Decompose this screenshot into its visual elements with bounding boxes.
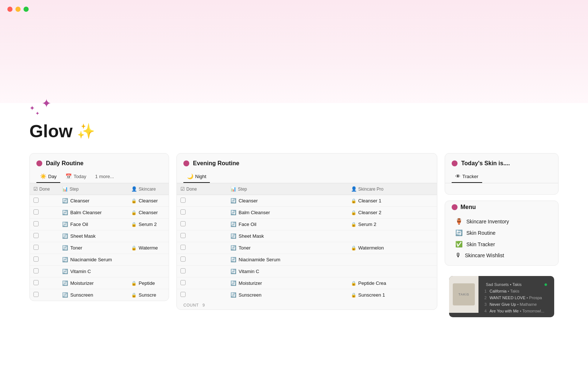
daily-table-row: 🔄 Balm Cleanser 🔒Cleanser [30,207,169,219]
tab-more[interactable]: 1 more... [92,170,118,183]
track-info: WANT NEED LOVE • Prospa [490,296,542,300]
menu-title: Menu [460,204,476,210]
checkbox[interactable] [33,280,39,285]
step-refresh-icon-ev: 🔄 [230,245,236,251]
done-cell[interactable] [30,230,58,242]
daily-routine-header: Daily Routine [30,153,169,170]
done-cell[interactable] [30,242,58,254]
checkbox-ev[interactable] [180,209,186,215]
checkbox-ev[interactable] [180,221,186,226]
star-small1-icon: ✦ [29,105,35,112]
menu-item-skincare-inventory[interactable]: 🏺Skincare Inventory [445,216,558,227]
checkbox[interactable] [33,209,39,215]
track-number: 1 [482,289,487,293]
skincare-cell-ev [347,266,437,277]
checkbox-ev[interactable] [180,292,186,297]
page-title: Glow ✨ [29,121,559,141]
done-cell-ev[interactable] [177,219,227,230]
menu-icon: ✅ [455,241,463,248]
step-cell: 🔄 Niacinamide Serum [58,254,128,266]
step-refresh-icon: 🔄 [62,210,68,215]
spotify-header: Sad Sunsets • Takis ● [482,279,551,288]
daily-table-row: 🔄 Sheet Mask [30,230,169,242]
checkbox-ev[interactable] [180,268,186,273]
daily-table-row: 🔄 Cleanser 🔒Cleanser [30,195,169,207]
maximize-button[interactable] [24,7,29,12]
spotify-inner: TAKiS Sad Sunsets • Takis ● 1 California… [449,276,554,317]
menu-icon: 🔄 [455,229,463,236]
done-cell-ev[interactable] [177,207,227,219]
done-cell[interactable] [30,266,58,277]
done-cell-ev[interactable] [177,289,227,301]
header-banner [0,0,588,103]
spotify-track-item[interactable]: 4 Are You with Me • Tomorrowl... [482,308,551,314]
checkbox[interactable] [33,292,39,297]
checkbox-ev[interactable] [180,256,186,262]
track-info: California • Takis [490,289,519,293]
done-cell[interactable] [30,219,58,230]
daily-routine-dot [36,160,42,166]
close-button[interactable] [7,7,12,12]
lock-icon: 🔒 [131,210,137,215]
done-cell-ev[interactable] [177,195,227,207]
lock-icon: 🔒 [131,222,137,227]
done-cell[interactable] [30,254,58,266]
step-refresh-icon-ev: 🔄 [230,257,236,262]
menu-item-skin-tracker[interactable]: ✅Skin Tracker [445,238,558,250]
tab-night[interactable]: 🌙 Night [183,170,210,183]
menu-item-skin-routine[interactable]: 🔄Skin Routine [445,227,558,238]
done-cell[interactable] [30,277,58,289]
spotify-track-item[interactable]: 1 California • Takis [482,288,551,294]
done-cell-ev[interactable] [177,230,227,242]
moon-icon: 🌙 [187,173,193,179]
todays-skin-title: Today's Skin is.... [461,160,510,167]
step-cell: 🔄 Sheet Mask [58,230,128,242]
evening-routine-title: Evening Routine [193,160,239,167]
tab-day[interactable]: ☀️ Day [36,170,60,183]
album-cover: TAKiS [453,283,475,305]
menu-dot [452,204,458,210]
done-cell-ev[interactable] [177,254,227,266]
done-cell-ev[interactable] [177,277,227,289]
done-cell-ev[interactable] [177,242,227,254]
daily-table-row: 🔄 Sunscreen 🔒Sunscre [30,289,169,301]
checkbox[interactable] [33,256,39,262]
menu-item-skincare-wishlist[interactable]: 🎙Skincare Wishlist [445,250,558,261]
spotify-track-item[interactable]: 3 Never Give Up • Matharne [482,301,551,308]
tab-today[interactable]: 📅 Today [62,170,90,183]
checkbox[interactable] [33,198,39,203]
step-cell: 🔄 Balm Cleanser [58,207,128,219]
evening-table-row: 🔄 Vitamin C [177,266,437,277]
minimize-button[interactable] [15,7,21,12]
step-refresh-icon-ev: 🔄 [230,292,236,298]
tab-tracker[interactable]: 👁 Tracker [452,170,482,183]
checkbox-ev[interactable] [180,198,186,203]
checkbox-ev[interactable] [180,233,186,238]
checkbox[interactable] [33,268,39,273]
step-cell: 🔄 Vitamin C [58,266,128,277]
lock-icon-ev: 🔒 [351,245,356,251]
checkbox[interactable] [33,245,39,250]
checkbox-ev[interactable] [180,245,186,250]
step-cell-ev: 🔄 Cleanser [227,195,347,207]
step-refresh-icon: 🔄 [62,222,68,227]
spotify-tracklist: Sad Sunsets • Takis ● 1 California • Tak… [478,276,554,317]
spotify-track-item[interactable]: 2 WANT NEED LOVE • Prospa [482,294,551,301]
spotify-widget[interactable]: TAKiS Sad Sunsets • Takis ● 1 California… [449,276,554,317]
done-cell[interactable] [30,289,58,301]
daily-routine-table: ☑Done 📊Step 👤Skincare 🔄 Cleanser 🔒Cleans… [30,183,169,301]
done-cell[interactable] [30,207,58,219]
done-cell[interactable] [30,195,58,207]
todays-skin-tabs: 👁 Tracker [445,170,558,183]
done-cell-ev[interactable] [177,266,227,277]
checkbox[interactable] [33,233,39,238]
lock-icon-ev: 🔒 [351,281,356,286]
step-refresh-icon: 🔄 [62,292,68,298]
checkbox[interactable] [33,221,39,226]
checkbox-ev[interactable] [180,280,186,285]
col-skincare-ev: 👤Skincare Pro [347,183,437,195]
daily-routine-tabs: ☀️ Day 📅 Today 1 more... [30,170,169,183]
step-refresh-icon-ev: 🔄 [230,280,236,286]
evening-table-row: 🔄 Face Oil 🔒Serum 2 [177,219,437,230]
calendar-icon: 📅 [65,173,72,179]
